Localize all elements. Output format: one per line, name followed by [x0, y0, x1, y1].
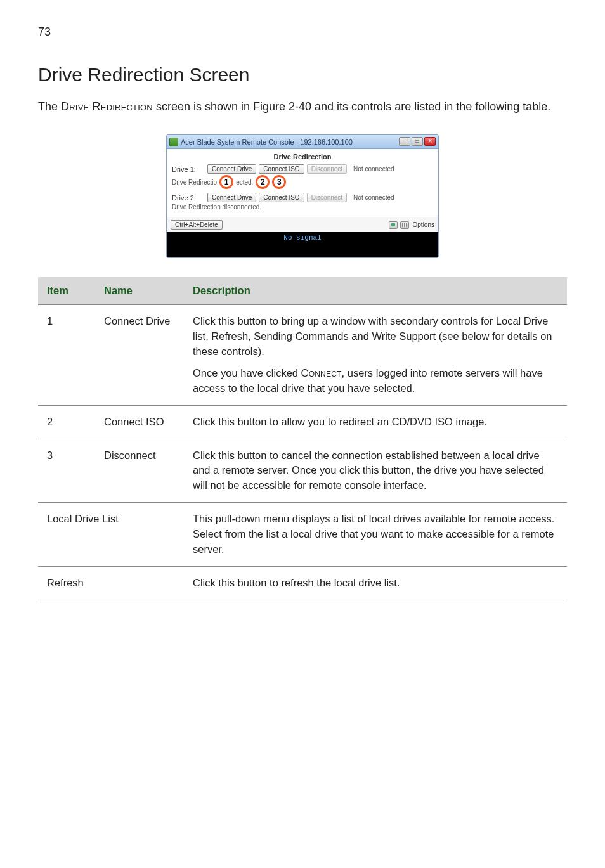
- cell-name: Connect ISO: [95, 405, 184, 439]
- cell-name: Disconnect: [95, 439, 184, 503]
- drive1-row: Drive 1: Connect Drive Connect ISO Disco…: [172, 164, 433, 174]
- drive1-label: Drive 1:: [172, 165, 205, 173]
- app-window: Acer Blade System Remote Console - 192.1…: [166, 134, 439, 258]
- drive-redirection-panel: Drive Redirection Drive 1: Connect Drive…: [167, 149, 438, 217]
- sub-status-suffix: ected.: [236, 179, 253, 186]
- callout-2: 2: [256, 175, 270, 189]
- cell-description: Click this button to refresh the local d…: [184, 567, 567, 600]
- cell-item: 1: [38, 305, 95, 406]
- callout-1: 1: [219, 175, 233, 189]
- minimize-button[interactable]: ─: [399, 137, 410, 146]
- no-signal-text: No signal: [283, 234, 321, 242]
- desc-p2: Once you have clicked Connect, users log…: [193, 366, 558, 396]
- titlebar: Acer Blade System Remote Console - 192.1…: [167, 135, 438, 149]
- intro-mid: screen is shown in Figure 2-40 and its c…: [153, 100, 550, 113]
- intro-paragraph: The Drive Redirection screen is shown in…: [38, 98, 567, 115]
- cell-item-name-merged: Local Drive List: [38, 503, 184, 567]
- table-header-row: Item Name Description: [38, 277, 567, 305]
- options-label[interactable]: Options: [413, 221, 434, 228]
- header-name: Name: [95, 277, 184, 305]
- connect-drive-button-2[interactable]: Connect Drive: [207, 193, 256, 202]
- window-controls: ─ ▭ ✕: [399, 137, 436, 146]
- page-number: 73: [38, 25, 567, 39]
- cell-item: 2: [38, 405, 95, 439]
- sub-status-prefix: Drive Redirectio: [172, 179, 217, 186]
- connect-drive-button-1[interactable]: Connect Drive: [207, 164, 256, 174]
- header-description: Description: [184, 277, 567, 305]
- drive2-label: Drive 2:: [172, 194, 205, 202]
- drive2-sub-status: Drive Redirection disconnected.: [172, 204, 433, 211]
- drive1-sub-status: Drive Redirectio 1 ected. 2 3: [172, 175, 433, 189]
- disconnect-button-1[interactable]: Disconnect: [307, 164, 347, 174]
- desc-p2-sc: Connect: [301, 367, 342, 379]
- desc-p1: Click this button to bring up a window w…: [193, 314, 558, 360]
- drive2-row: Drive 2: Connect Drive Connect ISO Disco…: [172, 193, 433, 202]
- cell-item-name-merged: Refresh: [38, 567, 184, 600]
- cell-description: Click this button to bring up a window w…: [184, 305, 567, 406]
- table-row: 3 Disconnect Click this button to cancel…: [38, 439, 567, 503]
- window-title: Acer Blade System Remote Console - 192.1…: [181, 138, 353, 146]
- drive2-status: Not connected: [353, 194, 394, 201]
- table-row: 1 Connect Drive Click this button to bri…: [38, 305, 567, 406]
- app-icon: [169, 138, 178, 146]
- desc-p2-pre: Once you have clicked: [193, 367, 301, 379]
- description-table: Item Name Description 1 Connect Drive Cl…: [38, 277, 567, 600]
- drive1-status: Not connected: [353, 165, 394, 172]
- table-row: 2 Connect ISO Click this button to allow…: [38, 405, 567, 439]
- callout-3: 3: [272, 175, 286, 189]
- monitor-icon[interactable]: [389, 221, 398, 229]
- disconnect-button-2[interactable]: Disconnect: [307, 193, 347, 202]
- intro-smallcaps: Drive Redirection: [61, 100, 153, 113]
- table-row: Refresh Click this button to refresh the…: [38, 567, 567, 600]
- ctrl-alt-delete-button[interactable]: Ctrl+Alt+Delete: [171, 220, 223, 230]
- keyboard-icon[interactable]: [400, 221, 409, 229]
- bottom-bar: Ctrl+Alt+Delete Options: [167, 217, 438, 232]
- connect-iso-button-2[interactable]: Connect ISO: [259, 193, 304, 202]
- cell-description: Click this button to cancel the connecti…: [184, 439, 567, 503]
- cell-description: Click this button to allow you to redire…: [184, 405, 567, 439]
- remote-screen-area: No signal: [167, 232, 438, 257]
- panel-title: Drive Redirection: [172, 153, 433, 160]
- close-button[interactable]: ✕: [424, 137, 436, 146]
- table-row: Local Drive List This pull-down menu dis…: [38, 503, 567, 567]
- intro-pre: The: [38, 100, 61, 113]
- header-item: Item: [38, 277, 95, 305]
- connect-iso-button-1[interactable]: Connect ISO: [259, 164, 304, 174]
- figure-container: Acer Blade System Remote Console - 192.1…: [38, 134, 567, 258]
- cell-item: 3: [38, 439, 95, 503]
- cell-description: This pull-down menu displays a list of l…: [184, 503, 567, 567]
- cell-name: Connect Drive: [95, 305, 184, 406]
- page-title: Drive Redirection Screen: [38, 64, 567, 86]
- maximize-button[interactable]: ▭: [412, 137, 423, 146]
